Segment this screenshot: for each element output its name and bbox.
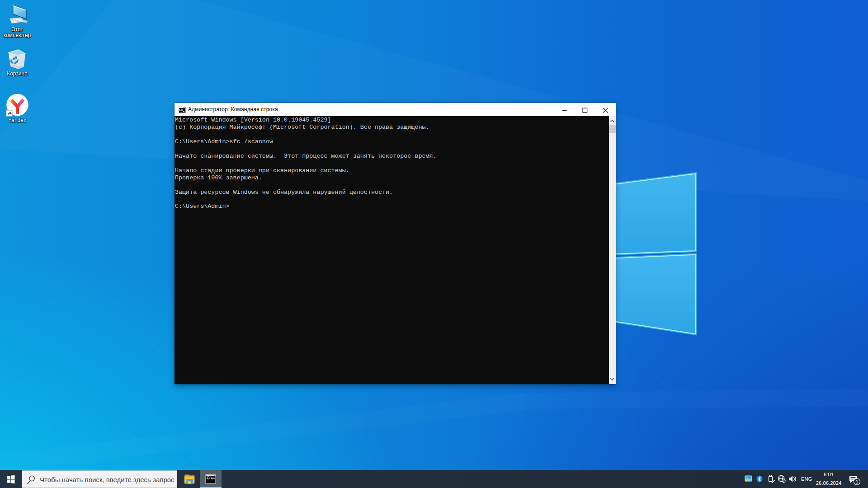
svg-text:1: 1 <box>855 479 858 484</box>
